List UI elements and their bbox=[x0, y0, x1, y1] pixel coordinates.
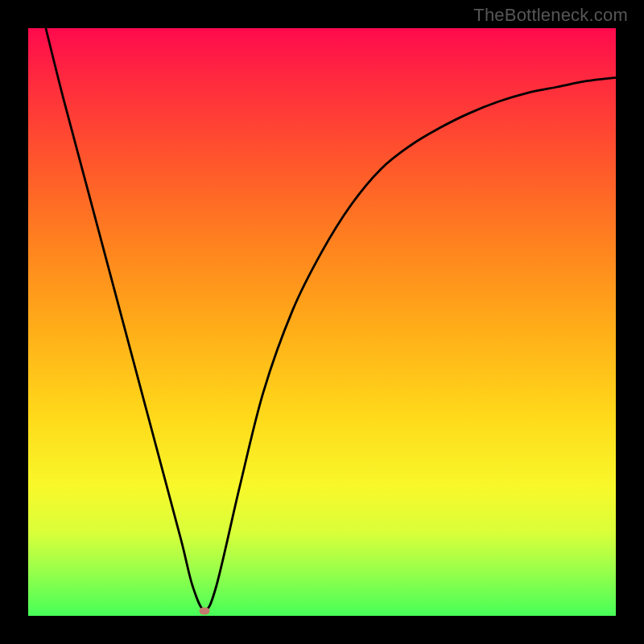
watermark-text: TheBottleneck.com bbox=[473, 5, 628, 26]
bottleneck-curve bbox=[28, 28, 616, 616]
chart-container: TheBottleneck.com bbox=[0, 0, 644, 644]
minimum-marker bbox=[200, 608, 210, 615]
plot-area bbox=[28, 28, 616, 616]
